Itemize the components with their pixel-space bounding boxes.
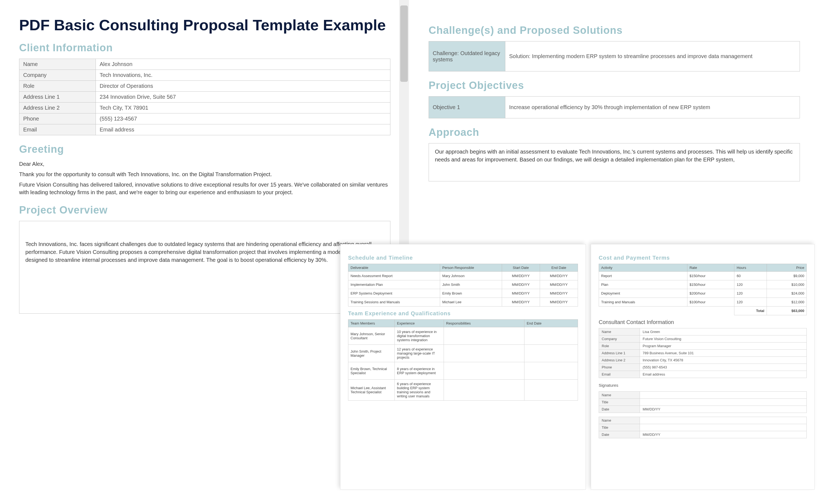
schedule-cell: Mary Johnson [440,272,502,280]
team-cell [444,327,524,345]
section-client-info: Client Information [19,42,390,54]
team-cell: 6 years of experience building ERP syste… [395,380,444,401]
challenge-solution: Solution: Implementing modern ERP system… [505,41,800,71]
contact-field-label: Company [599,335,640,343]
section-greeting: Greeting [19,143,390,155]
team-header: End Date [524,320,578,327]
team-cell [444,380,524,401]
contact-field-value: Lisa Green [640,328,807,335]
schedule-cell: John Smith [440,280,502,289]
team-cell [524,345,578,362]
schedule-header: Person Responsible [440,264,502,272]
team-cell [524,327,578,345]
greeting-p2: Future Vision Consulting has delivered t… [19,181,390,196]
client-field-label: Email [19,124,96,135]
schedule-cell: MM/DD/YY [540,280,578,289]
schedule-cell: MM/DD/YY [502,272,540,280]
contact-field-value: (555) 987-6543 [640,364,807,371]
signature-block-2: NameTitleDateMM/DD/YY [599,417,807,438]
schedule-header: End Date [540,264,578,272]
cost-header: Price [767,264,806,272]
scrollbar-thumb[interactable] [400,5,408,82]
cost-cell: Training and Manuals [599,298,688,307]
signature-field-value: MM/DD/YY [640,406,807,413]
client-field-value: Email address [96,124,390,135]
cost-cell: 120 [734,289,767,298]
cost-header: Rate [687,264,734,272]
schedule-header: Start Date [502,264,540,272]
client-field-label: Address Line 1 [19,92,96,103]
cost-cell: $12,000 [767,298,806,307]
cost-cell: 60 [734,272,767,280]
objective-label: Objective 1 [429,97,505,118]
signature-field-label: Name [599,417,640,424]
cost-total-value: $63,000 [767,307,806,315]
contact-field-label: Email [599,371,640,378]
contact-field-label: Role [599,343,640,350]
section-contact: Consultant Contact Information [599,319,807,325]
contact-field-value: 789 Business Avenue, Suite 101 [640,350,807,357]
signature-field-label: Title [599,399,640,406]
signature-field-label: Name [599,392,640,399]
signature-block-1: NameTitleDateMM/DD/YY [599,391,807,413]
section-project-overview: Project Overview [19,204,390,216]
cost-cell: 120 [734,298,767,307]
schedule-cell: MM/DD/YY [540,298,578,307]
signature-field-value: MM/DD/YY [640,431,807,438]
team-header: Responsibilities [444,320,524,327]
signature-field-label: Title [599,424,640,431]
signature-field-label: Date [599,431,640,438]
client-field-value: (555) 123-4567 [96,113,390,124]
page-title: PDF Basic Consulting Proposal Template E… [19,16,390,34]
section-approach: Approach [429,127,800,138]
schedule-cell: MM/DD/YY [502,280,540,289]
schedule-header: Deliverable [348,264,440,272]
client-field-value: Tech Innovations, Inc. [96,70,390,81]
client-info-table: NameAlex JohnsonCompanyTech Innovations,… [19,59,390,135]
challenges-table: Challenge: Outdated legacy systems Solut… [429,41,800,71]
challenge-label: Challenge: Outdated legacy systems [429,41,505,71]
team-cell [524,380,578,401]
team-cell: Michael Lee, Assistant Technical Special… [348,380,395,401]
objective-text: Increase operational efficiency by 30% t… [505,97,800,118]
section-objectives: Project Objectives [429,80,800,91]
contact-field-label: Name [599,328,640,335]
schedule-cell: Implementation Plan [348,280,440,289]
contact-field-value: Email address [640,371,807,378]
cost-header: Activity [599,264,688,272]
team-cell [444,345,524,362]
cost-cell: Report [599,272,688,280]
client-field-value: Tech City, TX 78901 [96,103,390,113]
team-cell: Mary Johnson, Senior Consultant [348,327,395,345]
section-cost: Cost and Payment Terms [599,255,807,261]
section-schedule: Schedule and Timeline [348,255,578,261]
contact-field-label: Phone [599,364,640,371]
objectives-table: Objective 1 Increase operational efficie… [429,96,800,118]
cost-cell: 120 [734,280,767,289]
project-overview-text: Tech Innovations, Inc. faces significant… [25,241,378,263]
team-header: Team Members [348,320,395,327]
team-cell: 10 years of experience in digital transf… [395,327,444,345]
approach-text: Our approach begins with an initial asse… [435,149,793,163]
cost-total-label: Total [734,307,767,315]
cost-cell: $150/hour [687,272,734,280]
contact-field-value: Future Vision Consulting [640,335,807,343]
team-cell: Emily Brown, Technical Specialist [348,362,395,380]
team-cell [444,362,524,380]
section-signatures: Signatures [599,383,807,388]
greeting-salutation: Dear Alex, [19,160,390,168]
contact-field-value: Innovation City, TX 45678 [640,357,807,364]
contact-field-label: Address Line 1 [599,350,640,357]
page-3-overlay: Schedule and Timeline DeliverablePerson … [340,244,586,490]
section-team: Team Experience and Qualifications [348,310,578,317]
approach-box: Our approach begins with an initial asse… [429,143,800,181]
cost-cell: $9,000 [767,272,806,280]
signature-field-value [640,424,807,431]
team-cell: 8 years of experience in ERP system depl… [395,362,444,380]
section-challenges: Challenge(s) and Proposed Solutions [429,25,800,36]
cost-cell: $100/hour [687,298,734,307]
client-field-value: Director of Operations [96,81,390,92]
client-field-label: Address Line 2 [19,103,96,113]
signature-field-label: Date [599,406,640,413]
cost-cell: $150/hour [687,280,734,289]
